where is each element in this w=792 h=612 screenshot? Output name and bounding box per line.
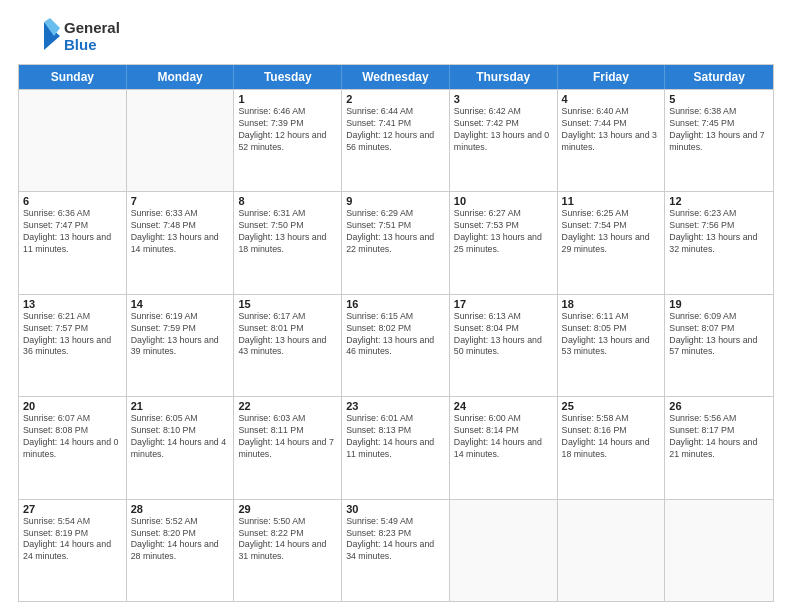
- day-info: Sunrise: 6:46 AM Sunset: 7:39 PM Dayligh…: [238, 106, 337, 154]
- empty-cell-0-1: [127, 90, 235, 191]
- day-header-monday: Monday: [127, 65, 235, 89]
- day-info: Sunrise: 6:25 AM Sunset: 7:54 PM Dayligh…: [562, 208, 661, 256]
- day-info: Sunrise: 6:44 AM Sunset: 7:41 PM Dayligh…: [346, 106, 445, 154]
- day-info: Sunrise: 5:58 AM Sunset: 8:16 PM Dayligh…: [562, 413, 661, 461]
- day-cell-17: 17Sunrise: 6:13 AM Sunset: 8:04 PM Dayli…: [450, 295, 558, 396]
- logo-blue: Blue: [64, 36, 120, 53]
- day-info: Sunrise: 6:21 AM Sunset: 7:57 PM Dayligh…: [23, 311, 122, 359]
- day-info: Sunrise: 6:40 AM Sunset: 7:44 PM Dayligh…: [562, 106, 661, 154]
- day-number: 3: [454, 93, 553, 105]
- day-number: 15: [238, 298, 337, 310]
- day-cell-18: 18Sunrise: 6:11 AM Sunset: 8:05 PM Dayli…: [558, 295, 666, 396]
- empty-cell-4-6: [665, 500, 773, 601]
- day-number: 25: [562, 400, 661, 412]
- day-cell-26: 26Sunrise: 5:56 AM Sunset: 8:17 PM Dayli…: [665, 397, 773, 498]
- day-info: Sunrise: 6:36 AM Sunset: 7:47 PM Dayligh…: [23, 208, 122, 256]
- calendar-body: 1Sunrise: 6:46 AM Sunset: 7:39 PM Daylig…: [19, 89, 773, 601]
- day-cell-11: 11Sunrise: 6:25 AM Sunset: 7:54 PM Dayli…: [558, 192, 666, 293]
- day-cell-16: 16Sunrise: 6:15 AM Sunset: 8:02 PM Dayli…: [342, 295, 450, 396]
- day-info: Sunrise: 6:03 AM Sunset: 8:11 PM Dayligh…: [238, 413, 337, 461]
- day-cell-10: 10Sunrise: 6:27 AM Sunset: 7:53 PM Dayli…: [450, 192, 558, 293]
- day-info: Sunrise: 5:49 AM Sunset: 8:23 PM Dayligh…: [346, 516, 445, 564]
- day-number: 21: [131, 400, 230, 412]
- day-cell-8: 8Sunrise: 6:31 AM Sunset: 7:50 PM Daylig…: [234, 192, 342, 293]
- day-cell-12: 12Sunrise: 6:23 AM Sunset: 7:56 PM Dayli…: [665, 192, 773, 293]
- day-number: 13: [23, 298, 122, 310]
- day-number: 23: [346, 400, 445, 412]
- day-cell-23: 23Sunrise: 6:01 AM Sunset: 8:13 PM Dayli…: [342, 397, 450, 498]
- page: GeneralBlue SundayMondayTuesdayWednesday…: [0, 0, 792, 612]
- day-cell-14: 14Sunrise: 6:19 AM Sunset: 7:59 PM Dayli…: [127, 295, 235, 396]
- day-info: Sunrise: 6:27 AM Sunset: 7:53 PM Dayligh…: [454, 208, 553, 256]
- day-info: Sunrise: 5:56 AM Sunset: 8:17 PM Dayligh…: [669, 413, 769, 461]
- day-cell-19: 19Sunrise: 6:09 AM Sunset: 8:07 PM Dayli…: [665, 295, 773, 396]
- day-number: 27: [23, 503, 122, 515]
- day-number: 30: [346, 503, 445, 515]
- day-info: Sunrise: 6:31 AM Sunset: 7:50 PM Dayligh…: [238, 208, 337, 256]
- day-info: Sunrise: 6:05 AM Sunset: 8:10 PM Dayligh…: [131, 413, 230, 461]
- logo: GeneralBlue: [18, 18, 120, 54]
- day-cell-9: 9Sunrise: 6:29 AM Sunset: 7:51 PM Daylig…: [342, 192, 450, 293]
- day-cell-5: 5Sunrise: 6:38 AM Sunset: 7:45 PM Daylig…: [665, 90, 773, 191]
- day-header-tuesday: Tuesday: [234, 65, 342, 89]
- day-number: 11: [562, 195, 661, 207]
- day-cell-27: 27Sunrise: 5:54 AM Sunset: 8:19 PM Dayli…: [19, 500, 127, 601]
- day-info: Sunrise: 5:50 AM Sunset: 8:22 PM Dayligh…: [238, 516, 337, 564]
- day-cell-7: 7Sunrise: 6:33 AM Sunset: 7:48 PM Daylig…: [127, 192, 235, 293]
- day-header-thursday: Thursday: [450, 65, 558, 89]
- day-cell-3: 3Sunrise: 6:42 AM Sunset: 7:42 PM Daylig…: [450, 90, 558, 191]
- day-info: Sunrise: 5:54 AM Sunset: 8:19 PM Dayligh…: [23, 516, 122, 564]
- day-info: Sunrise: 6:38 AM Sunset: 7:45 PM Dayligh…: [669, 106, 769, 154]
- logo-svg: [18, 18, 60, 54]
- day-cell-6: 6Sunrise: 6:36 AM Sunset: 7:47 PM Daylig…: [19, 192, 127, 293]
- empty-cell-4-4: [450, 500, 558, 601]
- day-number: 10: [454, 195, 553, 207]
- day-number: 12: [669, 195, 769, 207]
- calendar: SundayMondayTuesdayWednesdayThursdayFrid…: [18, 64, 774, 602]
- day-number: 22: [238, 400, 337, 412]
- day-number: 6: [23, 195, 122, 207]
- logo-text-block: GeneralBlue: [64, 19, 120, 54]
- calendar-row-4: 27Sunrise: 5:54 AM Sunset: 8:19 PM Dayli…: [19, 499, 773, 601]
- day-number: 26: [669, 400, 769, 412]
- day-number: 19: [669, 298, 769, 310]
- day-header-wednesday: Wednesday: [342, 65, 450, 89]
- day-number: 28: [131, 503, 230, 515]
- day-cell-20: 20Sunrise: 6:07 AM Sunset: 8:08 PM Dayli…: [19, 397, 127, 498]
- day-info: Sunrise: 6:33 AM Sunset: 7:48 PM Dayligh…: [131, 208, 230, 256]
- day-cell-21: 21Sunrise: 6:05 AM Sunset: 8:10 PM Dayli…: [127, 397, 235, 498]
- day-cell-15: 15Sunrise: 6:17 AM Sunset: 8:01 PM Dayli…: [234, 295, 342, 396]
- day-info: Sunrise: 6:42 AM Sunset: 7:42 PM Dayligh…: [454, 106, 553, 154]
- empty-cell-0-0: [19, 90, 127, 191]
- day-cell-13: 13Sunrise: 6:21 AM Sunset: 7:57 PM Dayli…: [19, 295, 127, 396]
- day-info: Sunrise: 5:52 AM Sunset: 8:20 PM Dayligh…: [131, 516, 230, 564]
- day-number: 4: [562, 93, 661, 105]
- day-number: 8: [238, 195, 337, 207]
- day-cell-4: 4Sunrise: 6:40 AM Sunset: 7:44 PM Daylig…: [558, 90, 666, 191]
- day-info: Sunrise: 6:13 AM Sunset: 8:04 PM Dayligh…: [454, 311, 553, 359]
- day-info: Sunrise: 6:07 AM Sunset: 8:08 PM Dayligh…: [23, 413, 122, 461]
- day-number: 29: [238, 503, 337, 515]
- day-cell-28: 28Sunrise: 5:52 AM Sunset: 8:20 PM Dayli…: [127, 500, 235, 601]
- header: GeneralBlue: [18, 18, 774, 54]
- day-cell-1: 1Sunrise: 6:46 AM Sunset: 7:39 PM Daylig…: [234, 90, 342, 191]
- day-cell-29: 29Sunrise: 5:50 AM Sunset: 8:22 PM Dayli…: [234, 500, 342, 601]
- calendar-row-1: 6Sunrise: 6:36 AM Sunset: 7:47 PM Daylig…: [19, 191, 773, 293]
- day-header-saturday: Saturday: [665, 65, 773, 89]
- day-number: 2: [346, 93, 445, 105]
- calendar-row-0: 1Sunrise: 6:46 AM Sunset: 7:39 PM Daylig…: [19, 89, 773, 191]
- day-number: 17: [454, 298, 553, 310]
- day-number: 14: [131, 298, 230, 310]
- day-cell-30: 30Sunrise: 5:49 AM Sunset: 8:23 PM Dayli…: [342, 500, 450, 601]
- day-number: 24: [454, 400, 553, 412]
- day-info: Sunrise: 6:09 AM Sunset: 8:07 PM Dayligh…: [669, 311, 769, 359]
- day-info: Sunrise: 6:11 AM Sunset: 8:05 PM Dayligh…: [562, 311, 661, 359]
- day-number: 16: [346, 298, 445, 310]
- calendar-row-2: 13Sunrise: 6:21 AM Sunset: 7:57 PM Dayli…: [19, 294, 773, 396]
- day-info: Sunrise: 6:01 AM Sunset: 8:13 PM Dayligh…: [346, 413, 445, 461]
- day-cell-22: 22Sunrise: 6:03 AM Sunset: 8:11 PM Dayli…: [234, 397, 342, 498]
- day-cell-24: 24Sunrise: 6:00 AM Sunset: 8:14 PM Dayli…: [450, 397, 558, 498]
- logo-general: General: [64, 19, 120, 36]
- day-number: 7: [131, 195, 230, 207]
- day-number: 20: [23, 400, 122, 412]
